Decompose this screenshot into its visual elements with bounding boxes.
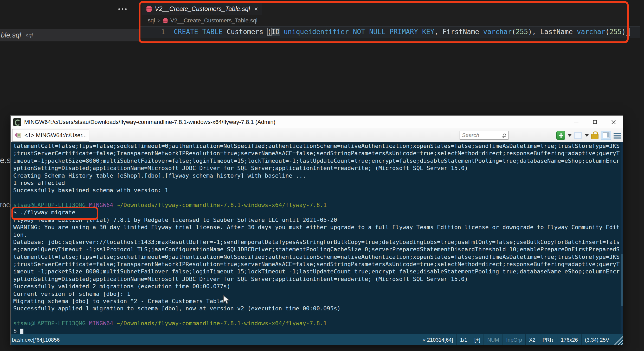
- new-console-button[interactable]: [556, 131, 565, 140]
- terminal-line: Successfully applied 1 migration to sche…: [13, 305, 623, 312]
- status-cell: X2: [525, 334, 539, 345]
- terminal-line: stsau@LAPTOP-LFIJ3QMG MINGW64 ~/Download…: [13, 320, 623, 327]
- terminal-line: e;cancelQueryTimeout=-1;sslProtocol=TLS;…: [13, 246, 623, 253]
- tab-close-icon[interactable]: ×: [254, 5, 258, 12]
- background-editor-tab[interactable]: ble.sql sql: [0, 29, 140, 41]
- status-cell: [+]: [471, 334, 484, 345]
- more-actions-icon[interactable]: [118, 8, 120, 10]
- terminal-line: yptionSetting=Disabled;applicationName=M…: [13, 276, 623, 283]
- terminal-line: $ ./flyway migrate: [13, 209, 623, 216]
- maximize-icon: [593, 120, 597, 124]
- terminal-scrollbar[interactable]: [621, 142, 623, 334]
- console-tab[interactable]: <1> MINGW64:/c/User...: [12, 129, 89, 142]
- mouse-cursor: [223, 295, 231, 305]
- minimize-button[interactable]: [567, 116, 585, 128]
- status-cell: 1/1: [456, 334, 471, 345]
- terminal-line: Creating Schema History table [eShop].[d…: [13, 172, 623, 180]
- status-cell: PRI↕: [539, 334, 557, 345]
- window-mode-button[interactable]: [574, 132, 582, 139]
- editor-tab-sql-file[interactable]: V2__Create_Customers_Table.sql ×: [142, 3, 262, 15]
- status-cell: InpGrp: [503, 334, 525, 345]
- chevron-right-icon: >: [157, 18, 160, 24]
- terminal-line: ion.: [13, 231, 623, 239]
- terminal-output: tatementCall=false;fips=false;socketTime…: [11, 142, 623, 334]
- terminal-line: [13, 313, 623, 320]
- hamburger-menu-icon[interactable]: [614, 133, 621, 139]
- terminal-statusbar: bash.exe[*64]:10856 « 210314[64]1/1[+]NU…: [11, 334, 623, 345]
- console-tab-label: <1> MINGW64:/c/User...: [24, 132, 87, 139]
- lock-icon[interactable]: [591, 134, 598, 139]
- terminal-line: ;trustServerCertificate=false;Transparen…: [13, 261, 623, 268]
- search-box[interactable]: Search: [460, 131, 508, 140]
- terminal-line: tatementCall=false;fips=false;socketTime…: [13, 143, 623, 150]
- panel-view-button[interactable]: [601, 131, 611, 140]
- status-cell: NUM: [484, 334, 503, 345]
- window-mode-dropdown-icon[interactable]: [585, 134, 589, 137]
- line-number: 1: [156, 28, 165, 36]
- search-input[interactable]: Search: [462, 132, 503, 138]
- window-controls: [567, 116, 623, 128]
- terminal-line: Current version of schema [dbo]: 1: [13, 291, 623, 298]
- terminal-line: yptionSetting=Disabled;applicationName=M…: [13, 165, 623, 172]
- background-tab-filename: ble.sql: [1, 31, 21, 39]
- status-cells: « 210314[64]1/1[+]NUMInpGrpX2PRI↕176x26(…: [419, 334, 613, 345]
- terminal-line: Migrating schema [dbo] to version "2 - C…: [13, 298, 623, 305]
- resize-grip[interactable]: [613, 334, 623, 345]
- breadcrumb-folder[interactable]: sql: [148, 17, 155, 24]
- mingw-shell-icon: [15, 132, 22, 139]
- code-line[interactable]: CREATE TABLE Customers (ID uniqueidentif…: [174, 28, 630, 36]
- terminal-line: imeout=-1;packetSize=8000;multiSubnetFai…: [13, 268, 623, 275]
- terminal-line: $: [13, 327, 623, 334]
- terminal-window-title: MINGW64:/c/Users/stsau/Downloads/flyway-…: [24, 119, 275, 126]
- terminal-titlebar[interactable]: MINGW64:/c/Users/stsau/Downloads/flyway-…: [11, 116, 623, 128]
- terminal-line: Database: jdbc:sqlserver://localhost:143…: [13, 239, 623, 246]
- terminal-line: stsau@LAPTOP-LFIJ3QMG MINGW64 ~/Download…: [13, 202, 623, 209]
- terminal-line: imeout=-1;packetSize=8000;multiSubnetFai…: [13, 158, 623, 165]
- conemu-app-icon: [13, 118, 21, 126]
- status-cell: « 210314[64]: [419, 334, 456, 345]
- process-status: bash.exe[*64]:10856: [12, 337, 60, 343]
- toolbar: [556, 130, 621, 140]
- terminal-line: Successfully validated 2 migrations (exe…: [13, 283, 623, 290]
- close-icon: [611, 120, 616, 124]
- new-console-dropdown-icon[interactable]: [568, 134, 572, 137]
- database-file-icon: [163, 18, 168, 23]
- search-icon: [503, 134, 506, 137]
- terminal-line: tatementCall=false;fips=false;socketTime…: [13, 254, 623, 261]
- database-file-icon: [146, 6, 152, 12]
- maximize-button[interactable]: [585, 116, 604, 128]
- background-tab-language: sql: [26, 32, 33, 39]
- breadcrumb-file[interactable]: V2__Create_Customers_Table.sql: [170, 17, 257, 24]
- minimize-icon: [574, 122, 578, 122]
- screen: ble.sql sql e.sq roce V2__Create_Custome…: [0, 0, 644, 351]
- terminal-line: ;trustServerCertificate=false;Transparen…: [13, 150, 623, 157]
- terminal-line: WARNING: You are using a 30 day limited …: [13, 224, 623, 231]
- terminal-tabbar: <1> MINGW64:/c/User... Search: [11, 128, 623, 142]
- terminal-line: 1 rows affected: [13, 180, 623, 187]
- terminal-line: Successfully baselined schema with versi…: [13, 187, 623, 194]
- status-cell: 176x26: [557, 334, 581, 345]
- status-cell: (3,34) 25V: [581, 334, 613, 345]
- terminal-line: [13, 195, 623, 202]
- close-button[interactable]: [604, 116, 623, 128]
- terminal-line: Flyway Teams Edition (trial) 7.8.1 by Re…: [13, 217, 623, 224]
- terminal-window: MINGW64:/c/Users/stsau/Downloads/flyway-…: [10, 115, 623, 345]
- breadcrumb[interactable]: sql > V2__Create_Customers_Table.sql: [148, 17, 257, 24]
- editor-tab-title: V2__Create_Customers_Table.sql: [155, 5, 250, 12]
